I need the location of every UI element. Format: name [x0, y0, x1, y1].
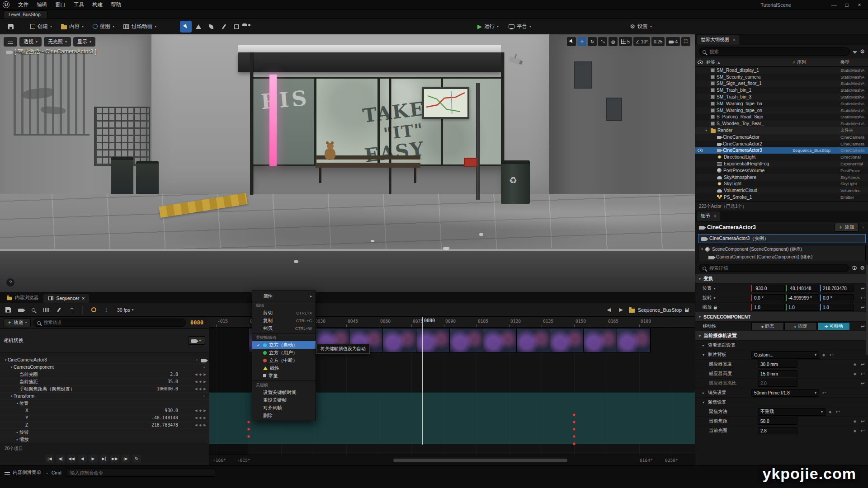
details-options-icon[interactable]: ⋮ — [861, 225, 865, 230]
outliner-row[interactable]: SM_Road_display_1StaticMeshA — [695, 67, 868, 74]
previous-keyframe-button[interactable]: ◀| — [56, 455, 65, 463]
outliner-row[interactable]: SkyAtmosphereSkyAtmos — [695, 174, 868, 181]
track-value[interactable]: 35.0 — [124, 379, 182, 384]
scale-z-field[interactable]: 1.0 — [820, 304, 854, 311]
reset-icon[interactable]: ↩ — [859, 361, 866, 367]
expander-icon[interactable]: ▾ — [15, 402, 19, 405]
prev-key-icon[interactable]: ◀ — [195, 408, 198, 413]
component-row-camera[interactable]: CameraComponent (CameraComponent) (继承) — [698, 253, 865, 261]
loop-button[interactable]: ↻ — [132, 455, 141, 463]
menu-item-拷贝[interactable]: 拷贝CTRL+W — [252, 324, 316, 332]
settings-button[interactable]: ⚙设置▾ — [626, 21, 656, 33]
reset-icon[interactable]: ↩ — [821, 390, 827, 396]
location-z-field[interactable]: 218.783478 — [820, 285, 854, 292]
outliner-row[interactable]: CineCameraActor2CineCamera — [695, 141, 868, 147]
level-viewport[interactable]: PIS TAKE "IT" EASY ♻ — [0, 34, 695, 292]
sequencer-options-button[interactable]: ⋮ — [102, 305, 111, 314]
outliner-row[interactable]: DirectionalLightDirectional — [695, 154, 868, 160]
reset-icon[interactable]: ↩ — [859, 305, 866, 310]
to-end-button[interactable]: |▶ — [121, 455, 130, 463]
menu-编辑[interactable]: 编辑 — [33, 0, 51, 9]
reset-icon[interactable]: ↩ — [859, 428, 866, 434]
menu-item-常量[interactable]: 常量 — [252, 372, 316, 380]
world-space-button[interactable]: ◍ — [609, 37, 618, 46]
show-button[interactable]: 显示▾ — [73, 37, 95, 47]
menu-窗口[interactable]: 窗口 — [51, 0, 70, 9]
prev-key-icon[interactable]: ◀ — [195, 423, 198, 427]
outliner-row[interactable]: CineCameraActor3Sequence_BusStopCineCame… — [695, 147, 868, 154]
menu-帮助[interactable]: 帮助 — [107, 0, 125, 9]
close-icon[interactable]: × — [733, 38, 736, 42]
rotation-x-field[interactable]: 0.0 ° — [751, 294, 785, 301]
scale-x-field[interactable]: 1.0 — [751, 304, 785, 311]
menu-item-立方（用户）[interactable]: 立方（用户） — [252, 349, 316, 357]
add-section-icon[interactable]: ＋ — [202, 364, 206, 370]
section-scenecomponent[interactable]: ▾SCENECOMPONENT — [695, 312, 868, 321]
keyframe-dot[interactable] — [573, 421, 576, 424]
column-sequence[interactable]: ⚡序列 — [793, 59, 840, 66]
outliner-row[interactable]: ExponentialHeightFogExponential — [695, 160, 868, 167]
rotation-label[interactable]: 旋转▾ — [703, 295, 750, 301]
menu-工具[interactable]: 工具 — [70, 0, 88, 9]
next-key-icon[interactable]: ▶ — [203, 387, 206, 391]
lens-dropdown[interactable]: 50mm Prime f/1.8▾ — [751, 389, 819, 397]
help-button[interactable]: ? — [6, 278, 14, 286]
outliner-row[interactable]: PS_Smoke_1Emitter — [695, 194, 868, 201]
track-value[interactable]: -48.148148 — [124, 415, 182, 420]
outliner-row[interactable]: S_Parking_Road_SignStaticMeshA — [695, 114, 868, 121]
close-button[interactable]: × — [854, 1, 865, 9]
mobility-movable-button[interactable]: ✛可移动 — [817, 322, 850, 330]
location-y-field[interactable]: -48.148148 — [786, 285, 819, 292]
sequencer-camera-button[interactable] — [16, 305, 25, 314]
to-front-button[interactable]: |◀ — [45, 455, 54, 463]
add-key-icon[interactable]: ◆ — [199, 372, 202, 376]
track-row[interactable]: 当前光圈2.8◀◆▶ — [0, 371, 209, 378]
perspective-button[interactable]: 透视▾ — [19, 37, 42, 47]
rotate-tool-button[interactable]: ↻ — [588, 37, 597, 46]
keyframe-dot[interactable] — [247, 421, 250, 424]
add-key-icon[interactable]: ◆ — [199, 408, 202, 413]
next-key-icon[interactable]: ▶ — [203, 416, 206, 420]
keyframe-icon[interactable]: ◆ — [852, 362, 858, 366]
menu-item-线性[interactable]: 线性 — [252, 364, 316, 372]
reset-icon[interactable]: ↩ — [859, 324, 866, 329]
tab-content-browser[interactable]: 内容浏览器 — [2, 293, 43, 303]
auto-key-toggle[interactable] — [89, 305, 98, 314]
sequencer-save-button[interactable] — [4, 305, 13, 314]
next-key-icon[interactable]: ▶ — [203, 380, 206, 384]
keyframe-icon[interactable]: ◆ — [827, 410, 833, 414]
location-x-field[interactable]: -930.0 — [751, 285, 785, 292]
select-mode-button[interactable] — [180, 21, 192, 33]
keyframe-dot[interactable] — [573, 442, 576, 446]
keyframe-icon[interactable]: ◆ — [852, 419, 858, 423]
camera-cut-add-button[interactable]: ＋ — [188, 336, 205, 345]
visibility-toggle[interactable] — [695, 149, 705, 152]
add-key-icon[interactable]: ◆ — [199, 416, 202, 420]
keyframe-dot[interactable] — [573, 435, 576, 438]
track-row[interactable]: ▾位置 — [0, 400, 209, 407]
keyframe-icon[interactable]: ◆ — [852, 372, 858, 376]
reset-icon[interactable]: ↩ — [859, 418, 866, 424]
current-aperture-field[interactable]: 2.8 — [758, 427, 797, 434]
lock-icon[interactable] — [713, 305, 718, 310]
create-button[interactable]: 创建▾ — [27, 21, 56, 33]
keyframe-icon[interactable]: ◆ — [852, 429, 858, 433]
reset-icon[interactable]: ↩ — [859, 295, 866, 301]
rotation-snap-button[interactable]: ∠ 10° — [633, 37, 650, 46]
prev-key-icon[interactable]: ◀ — [195, 372, 198, 376]
blueprint-button[interactable]: 蓝图▾ — [89, 21, 118, 33]
component-row-scene[interactable]: ▾ SceneComponent (SceneComponent) (继承) — [698, 245, 865, 253]
details-tab[interactable]: 细节× — [697, 211, 720, 221]
add-section-icon[interactable]: ＋ — [202, 393, 206, 399]
reset-icon[interactable]: ↩ — [835, 409, 841, 415]
add-component-button[interactable]: ＋添加 — [835, 223, 859, 232]
outliner-row[interactable]: PostProcessVolumePostProce — [695, 167, 868, 174]
maximize-viewport-button[interactable]: ⛶ — [681, 37, 690, 46]
outliner-row[interactable]: SM_Security_cameraStaticMeshA — [695, 74, 868, 80]
scale-label[interactable]: 缩放 — [703, 304, 750, 310]
sequence-name[interactable]: Sequence_BusStop — [638, 307, 682, 313]
track-row[interactable]: ▸旋转 — [0, 429, 209, 436]
prev-key-icon[interactable]: ◀ — [195, 380, 198, 384]
keyframe-dot[interactable] — [247, 435, 250, 438]
column-type[interactable]: 类型 — [840, 59, 868, 66]
